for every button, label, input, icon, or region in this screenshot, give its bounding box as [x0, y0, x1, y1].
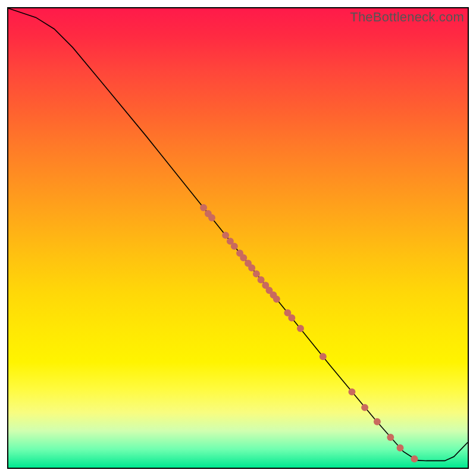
- data-point: [222, 231, 229, 239]
- chart-container: TheBottleneck.com: [0, 0, 476, 476]
- data-point: [240, 254, 247, 261]
- data-point: [253, 270, 260, 277]
- data-point: [200, 204, 207, 211]
- data-point: [411, 455, 418, 462]
- data-points-group: [200, 204, 418, 462]
- data-point: [273, 296, 280, 303]
- data-point: [288, 314, 295, 321]
- data-point: [208, 214, 215, 221]
- bottleneck-curve: [8, 8, 468, 461]
- chart-svg: [8, 8, 468, 468]
- data-point: [361, 404, 368, 411]
- data-point: [231, 243, 238, 250]
- data-point: [374, 418, 381, 425]
- data-point: [248, 264, 255, 271]
- data-point: [387, 434, 394, 441]
- data-point: [320, 353, 327, 360]
- data-point: [258, 276, 265, 283]
- data-point: [397, 444, 404, 452]
- data-point: [348, 389, 355, 396]
- plot-area: TheBottleneck.com: [7, 7, 469, 469]
- data-point: [297, 325, 304, 332]
